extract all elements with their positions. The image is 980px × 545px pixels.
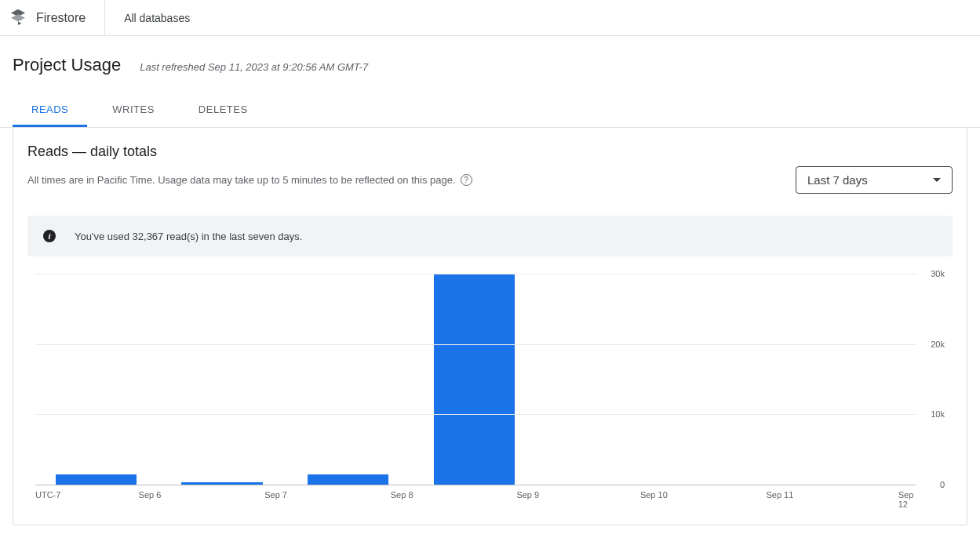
brand-name: Firestore — [36, 11, 86, 25]
gridline — [35, 414, 916, 415]
firestore-icon — [9, 8, 27, 27]
y-tick-label: 30k — [931, 269, 945, 278]
gridline — [35, 274, 916, 274]
time-range-select[interactable]: Last 7 days — [796, 166, 953, 194]
y-tick-label: 20k — [931, 340, 945, 349]
last-refreshed-time: Sep 11, 2023 at 9:20:56 AM GMT-7 — [208, 61, 368, 73]
card-subrow: All times are in Pacific Time. Usage dat… — [27, 166, 953, 194]
time-range-label: Last 7 days — [807, 173, 868, 187]
brand: Firestore — [9, 0, 105, 35]
chart-xaxis: UTC-7Sep 6Sep 7Sep 8Sep 9Sep 10Sep 11Sep… — [35, 490, 916, 506]
x-tick-label: Sep 11 — [766, 490, 793, 500]
chart-plot: 010k20k30k — [35, 274, 916, 485]
chart-bars — [35, 274, 916, 485]
top-bar: Firestore All databases — [0, 0, 980, 36]
x-tick-label: Sep 7 — [264, 490, 287, 500]
help-icon[interactable]: ? — [461, 174, 472, 186]
caret-down-icon — [933, 178, 941, 182]
reads-chart: 010k20k30k UTC-7Sep 6Sep 7Sep 8Sep 9Sep … — [27, 274, 953, 509]
info-banner: i You've used 32,367 read(s) in the last… — [27, 216, 953, 256]
card-subtext-row: All times are in Pacific Time. Usage dat… — [27, 174, 472, 186]
x-tick-label: Sep 9 — [516, 490, 539, 500]
tab-writes[interactable]: WRITES — [93, 94, 173, 127]
y-tick-label: 0 — [940, 480, 945, 489]
info-icon: i — [43, 230, 56, 242]
page-header: Project Usage Last refreshed Sep 11, 202… — [0, 36, 980, 85]
x-tick-label: Sep 6 — [139, 490, 162, 500]
bar-sep-8[interactable] — [308, 474, 388, 485]
x-tick-label: Sep 8 — [391, 490, 413, 500]
tab-reads[interactable]: READS — [13, 94, 87, 127]
tabs: READSWRITESDELETES — [0, 94, 980, 128]
x-tick-timezone: UTC-7 — [35, 490, 60, 500]
page-title: Project Usage — [13, 55, 121, 75]
bar-sep-9[interactable] — [434, 274, 515, 485]
bar-sep-7[interactable] — [181, 482, 262, 485]
database-selector[interactable]: All databases — [105, 12, 209, 24]
bar-sep-6[interactable] — [56, 474, 137, 485]
last-refreshed-prefix: Last refreshed — [140, 61, 208, 73]
last-refreshed: Last refreshed Sep 11, 2023 at 9:20:56 A… — [140, 61, 368, 73]
y-tick-label: 10k — [931, 409, 945, 419]
tab-deletes[interactable]: DELETES — [180, 94, 267, 127]
gridline — [35, 344, 916, 345]
x-tick-label: Sep 10 — [640, 490, 668, 500]
card-title: Reads — daily totals — [27, 144, 953, 160]
card-subtext: All times are in Pacific Time. Usage dat… — [27, 174, 456, 186]
info-banner-text: You've used 32,367 read(s) in the last s… — [75, 231, 302, 242]
usage-card: Reads — daily totals All times are in Pa… — [13, 128, 967, 525]
x-tick-label: Sep 12 — [898, 490, 914, 509]
